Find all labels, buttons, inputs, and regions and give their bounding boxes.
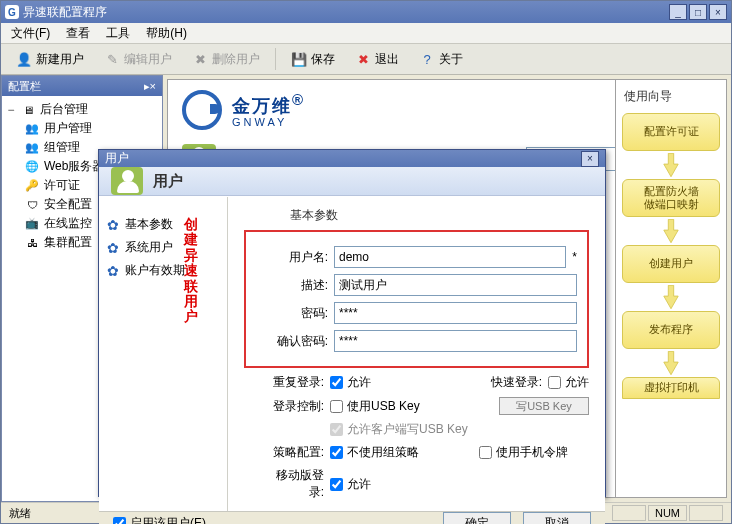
client-usb-checkbox xyxy=(330,423,343,436)
new-user-button[interactable]: 👤新建用户 xyxy=(7,47,93,72)
computer-icon: 🖥 xyxy=(20,103,36,117)
menu-tools[interactable]: 工具 xyxy=(98,23,138,44)
dialog-nav: ✿基本参数 ✿系统用户 ✿账户有效期 创建异速联用户 xyxy=(99,197,228,511)
save-icon: 💾 xyxy=(291,51,307,67)
status-cell xyxy=(612,505,646,521)
required-mark: * xyxy=(572,250,577,264)
users-icon: 👥 xyxy=(24,122,40,136)
exit-button[interactable]: ✖退出 xyxy=(346,47,408,72)
user-edit-icon: ✎ xyxy=(104,51,120,67)
delete-user-button[interactable]: ✖删除用户 xyxy=(183,47,269,72)
user-avatar-icon xyxy=(111,167,143,195)
gear-icon: ✿ xyxy=(107,263,119,279)
key-icon: 🔑 xyxy=(24,179,40,193)
label-desc: 描述: xyxy=(256,277,334,294)
phone-token-checkbox[interactable] xyxy=(479,446,492,459)
pin-icon[interactable]: ▸× xyxy=(144,80,156,93)
brand-logo-icon xyxy=(182,90,222,130)
wizard-step-firewall[interactable]: 配置防火墙 做端口映射 xyxy=(622,179,720,217)
monitor-icon: 📺 xyxy=(24,217,40,231)
user-delete-icon: ✖ xyxy=(192,51,208,67)
label-fastlogin: 快速登录: xyxy=(491,374,548,391)
username-input[interactable] xyxy=(334,246,566,268)
mobile-login-checkbox[interactable] xyxy=(330,478,343,491)
ok-button[interactable]: 确定 xyxy=(443,512,511,524)
group-icon: 👥 xyxy=(24,141,40,155)
user-dialog: 用户 × 用户 ✿基本参数 ✿系统用户 ✿账户有效期 创建异速联用户 基本参数 … xyxy=(98,149,606,497)
label-confirm: 确认密码: xyxy=(256,333,334,350)
edit-user-button[interactable]: ✎编辑用户 xyxy=(95,47,181,72)
label-username: 用户名: xyxy=(256,249,334,266)
gear-icon: ✿ xyxy=(107,240,119,256)
config-panel-title: 配置栏 ▸× xyxy=(2,76,162,96)
group-title: 基本参数 xyxy=(290,207,589,224)
annotation-note: 创建异速联用户 xyxy=(183,217,199,325)
status-num: NUM xyxy=(648,505,687,521)
titlebar: G 异速联配置程序 _ □ × xyxy=(1,1,731,23)
confirm-password-input[interactable] xyxy=(334,330,577,352)
arrow-down-icon xyxy=(620,217,722,245)
dialog-nav-basic[interactable]: ✿基本参数 xyxy=(107,213,219,236)
password-input[interactable] xyxy=(334,302,577,324)
app-icon: G xyxy=(5,5,19,19)
shield-icon: 🛡 xyxy=(24,198,40,212)
status-ready: 就绪 xyxy=(9,506,31,521)
status-cell xyxy=(689,505,723,521)
label-loginctrl: 登录控制: xyxy=(264,398,330,415)
save-button[interactable]: 💾保存 xyxy=(282,47,344,72)
dialog-form: 基本参数 用户名:* 描述: 密码: 确认密码: 重复登录:允许 快速登录:允许… xyxy=(228,197,605,511)
app-window: G 异速联配置程序 _ □ × 文件(F) 查看 工具 帮助(H) 👤新建用户 … xyxy=(0,0,732,524)
wizard-step-create-user[interactable]: 创建用户 xyxy=(622,245,720,283)
separator xyxy=(275,48,276,70)
maximize-button[interactable]: □ xyxy=(689,4,707,20)
tree-root[interactable]: −🖥后台管理 xyxy=(4,100,160,119)
no-group-policy-checkbox[interactable] xyxy=(330,446,343,459)
menu-view[interactable]: 查看 xyxy=(58,23,98,44)
brand-name-en: GNWAY xyxy=(232,116,305,128)
dialog-titlebar: 用户 × xyxy=(99,150,605,167)
about-button[interactable]: ?关于 xyxy=(410,47,472,72)
dialog-nav-expire[interactable]: ✿账户有效期 xyxy=(107,259,219,282)
highlight-box: 用户名:* 描述: 密码: 确认密码: xyxy=(244,230,589,368)
user-add-icon: 👤 xyxy=(16,51,32,67)
wizard-step-printer[interactable]: 虚拟打印机 xyxy=(622,377,720,399)
tree-item-users[interactable]: 👥用户管理 xyxy=(22,119,160,138)
close-button[interactable]: × xyxy=(709,4,727,20)
dialog-close-button[interactable]: × xyxy=(581,151,599,167)
dialog-nav-system[interactable]: ✿系统用户 xyxy=(107,236,219,259)
fastlogin-checkbox[interactable] xyxy=(548,376,561,389)
window-title: 异速联配置程序 xyxy=(23,4,107,21)
arrow-down-icon xyxy=(620,349,722,377)
toolbar: 👤新建用户 ✎编辑用户 ✖删除用户 💾保存 ✖退出 ?关于 xyxy=(1,44,731,75)
label-relogin: 重复登录: xyxy=(264,374,330,391)
dialog-banner: 用户 xyxy=(99,167,605,196)
usbkey-checkbox[interactable] xyxy=(330,400,343,413)
minimize-button[interactable]: _ xyxy=(669,4,687,20)
menubar: 文件(F) 查看 工具 帮助(H) xyxy=(1,23,731,44)
cluster-icon: 🖧 xyxy=(24,236,40,250)
relogin-checkbox[interactable] xyxy=(330,376,343,389)
label-password: 密码: xyxy=(256,305,334,322)
label-mobile: 移动版登录: xyxy=(264,467,330,501)
menu-help[interactable]: 帮助(H) xyxy=(138,23,195,44)
wizard-panel: 使用向导 配置许可证 配置防火墙 做端口映射 创建用户 发布程序 虚拟打印机 xyxy=(615,79,727,498)
exit-icon: ✖ xyxy=(355,51,371,67)
arrow-down-icon xyxy=(620,151,722,179)
write-usb-button[interactable]: 写USB Key xyxy=(499,397,589,415)
dialog-footer: 启用该用户(E) 确定 取消 xyxy=(99,511,605,524)
gear-icon: ✿ xyxy=(107,217,119,233)
wizard-step-license[interactable]: 配置许可证 xyxy=(622,113,720,151)
desc-input[interactable] xyxy=(334,274,577,296)
label-policy: 策略配置: xyxy=(264,444,330,461)
wizard-step-publish[interactable]: 发布程序 xyxy=(622,311,720,349)
help-icon: ? xyxy=(419,51,435,67)
cancel-button[interactable]: 取消 xyxy=(523,512,591,524)
arrow-down-icon xyxy=(620,283,722,311)
globe-icon: 🌐 xyxy=(24,160,40,174)
wizard-title: 使用向导 xyxy=(620,86,722,113)
enable-user-checkbox[interactable] xyxy=(113,517,126,525)
menu-file[interactable]: 文件(F) xyxy=(3,23,58,44)
brand-name-cn: 金万维® xyxy=(232,92,305,117)
